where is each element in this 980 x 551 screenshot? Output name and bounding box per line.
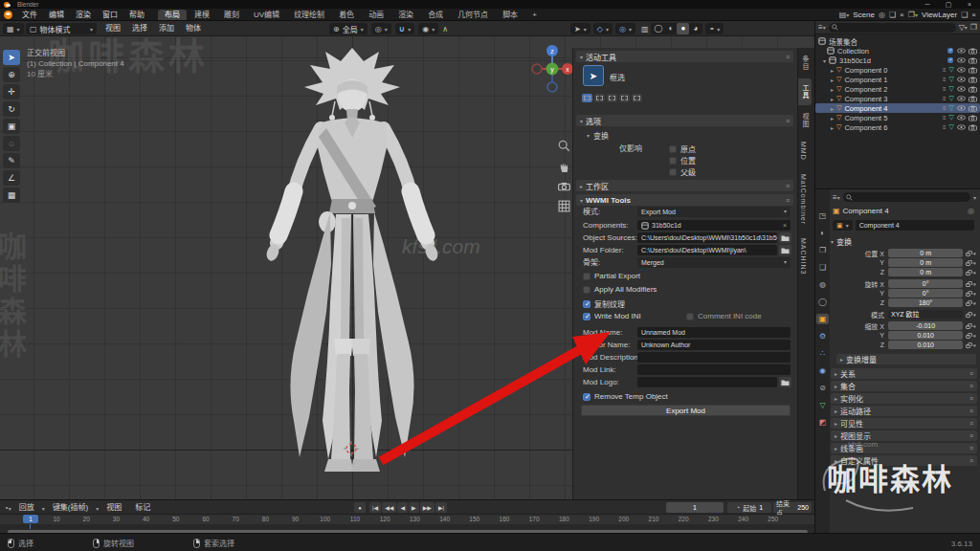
lock-icon[interactable] [966,253,970,256]
navigation-gizmo[interactable]: y z x [528,42,576,101]
tool-mode-extend[interactable] [594,94,605,102]
properties-tab[interactable]: ⊘ [816,383,829,393]
frame-end-field[interactable]: 结束点250 [773,502,812,513]
sidebar-tab[interactable]: 工具 [798,78,812,105]
scene-browse-icon[interactable]: ▤▾ [839,11,850,19]
workspace-tab[interactable]: 几何节点 [451,10,495,20]
sidebar-tab[interactable]: 条目 [798,50,812,77]
mod-logo-browse-button[interactable] [779,377,791,387]
scene-name[interactable]: Scene [853,11,875,19]
value-field[interactable]: 0 m [888,258,963,267]
tool-button[interactable]: ∠ [3,170,20,186]
outliner-editor-icon[interactable]: ≡▾ [818,23,826,32]
wwmi-object-sources-field[interactable]: C:\Users\dou\Desktop\WWMI\31b50c1d\31b50… [637,232,777,243]
close-button[interactable]: × [959,0,980,9]
tool-button[interactable]: ▣ [3,119,20,134]
playhead-line[interactable] [30,524,31,529]
keying-menu[interactable]: 键集(插帧) [47,502,94,514]
remove-temp-checkbox[interactable]: Remove Temp Object [583,392,668,401]
wwmi-skeleton-dropdown[interactable]: Merged▾ [637,257,791,268]
render-camera-icon[interactable] [969,77,977,83]
author-name-field[interactable]: Unknown Author [637,340,791,350]
outliner-group-row[interactable]: ▾ 31b50c1d [815,55,980,65]
properties-section-header[interactable]: ▸实例化≡ [831,393,977,404]
value-field[interactable]: 0 m [888,268,963,276]
outliner-component-row[interactable]: ▸ ▽ Component 1 ≡▽ [815,75,980,84]
shading-material[interactable]: ◕ [689,23,702,34]
render-camera-icon[interactable] [969,57,977,64]
tool-button[interactable]: ↻ [3,101,20,117]
properties-tab[interactable]: ∴ [816,348,829,359]
snap-toggle[interactable]: ∪▾ [395,23,415,34]
timeline-track[interactable] [0,524,814,529]
zoom-icon[interactable] [558,140,570,152]
animate-dot-icon[interactable]: ● [972,251,976,256]
properties-tab[interactable]: ◐ [816,228,829,238]
mod-name-field[interactable]: Unnamed Mod [637,327,791,338]
hide-eye-icon[interactable] [957,124,966,130]
perspective-toggle-icon[interactable] [558,200,570,212]
sidebar-tab[interactable]: 视图 [798,107,812,134]
unlink-scene-icon[interactable]: × [900,11,904,19]
tool-button[interactable]: ▦ [3,187,20,203]
wwmi-components-field[interactable]: 31b50c1d× [637,220,791,231]
menu-item[interactable]: 帮助 [123,9,150,21]
shading-solid-prev[interactable]: ◐ [664,23,677,34]
playback-menu[interactable]: 回放 [13,502,40,514]
properties-tab[interactable]: ◯ [816,297,829,307]
wwmi-mod-folder-field[interactable]: C:\Users\dou\Desktop\WWMI\jiyan\ [637,245,777,255]
render-camera-icon[interactable] [969,124,977,131]
mod-folder-browse-button[interactable] [779,245,791,255]
mod-description-field[interactable] [637,352,791,363]
export-mod-button[interactable]: Export Mod [581,405,791,416]
transport-button[interactable]: ◀ [397,502,408,513]
tool-mode-invert[interactable] [619,94,630,102]
marker-menu[interactable]: 标记 [129,502,156,514]
render-camera-icon[interactable] [969,115,977,121]
animate-dot-icon[interactable]: ● [972,260,976,266]
render-camera-icon[interactable] [969,105,977,112]
gizmos-dropdown[interactable]: ◇▾ [593,23,612,34]
properties-tab[interactable]: ▽ [816,400,829,410]
render-camera-icon[interactable] [969,48,977,55]
workspace-header[interactable]: ▸工作区≡ [576,180,793,191]
mode-dropdown[interactable]: ▢ 物体模式▾ [26,23,97,34]
lock-icon[interactable] [966,302,970,306]
pivot-dropdown[interactable]: ◎▾ [371,23,391,34]
value-field[interactable]: 0° [888,289,963,298]
copy-viewlayer-icon[interactable]: ❏ [961,11,968,19]
tool-button[interactable]: ➤ [3,50,20,65]
affect-parents-checkbox[interactable]: 父级 [669,166,696,177]
properties-section-header[interactable]: ▸关系≡ [831,368,977,379]
outliner-component-row[interactable]: ▸ ▽ Component 3 ≡▽ [815,94,980,103]
current-frame-marker[interactable]: 1 [23,515,38,523]
workspace-tab[interactable]: UV编辑 [247,10,286,20]
outliner-component-row[interactable]: ▸ ▽ Component 4 ≡▽ [815,103,980,113]
viewport-menu-item[interactable]: 物体 [180,21,207,36]
transport-button[interactable]: ◀◀ [382,502,396,513]
outliner-component-row[interactable]: ▸ ▽ Component 0 ≡▽ [815,65,980,75]
comment-ini-checkbox[interactable]: Comment INI code [686,312,762,320]
filter-icon[interactable]: ▽▾ [959,23,968,32]
animate-dot-icon[interactable]: ● [972,333,976,339]
properties-tab[interactable]: ◉ [816,365,829,376]
active-tool-icon[interactable]: ➤ [583,65,604,86]
wwmi-mode-dropdown[interactable]: Export Mod▾ [637,207,791,217]
active-tool-header[interactable]: ▾活动工具≡ [576,51,793,62]
lock-icon[interactable] [966,283,970,287]
wwmi-tools-header[interactable]: ▾WWMI Tools≡ [576,194,793,206]
blender-menu-icon[interactable] [4,11,12,19]
menu-item[interactable]: 文件 [16,9,43,21]
partial-export-checkbox[interactable]: Partial Export [583,272,640,280]
options-header[interactable]: ▾选项≡ [576,115,793,126]
properties-section-header[interactable]: ▸运动路径≡ [831,406,977,416]
viewport-menu-item[interactable]: 选择 [126,21,153,36]
outliner-component-row[interactable]: ▸ ▽ Component 6 ≡▽ [815,122,980,132]
copy-scene-icon[interactable]: ❏ [889,11,896,19]
tool-mode-intersect[interactable] [632,94,642,102]
proportional-edit-dropdown[interactable]: ◉▾ [418,23,438,34]
outliner-search-input[interactable] [829,23,956,33]
pan-hand-icon[interactable] [558,161,570,173]
properties-editor-icon[interactable]: ≡▾ [833,193,840,202]
clear-icon[interactable]: × [783,220,787,231]
